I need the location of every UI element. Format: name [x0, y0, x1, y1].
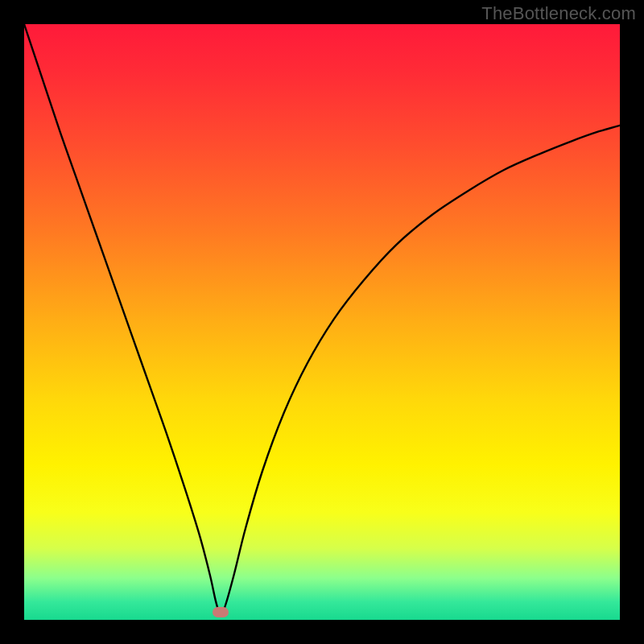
gradient-background [24, 24, 620, 620]
watermark-text: TheBottleneck.com [481, 3, 636, 24]
plot-area [24, 24, 620, 620]
optimum-marker [213, 607, 229, 617]
bottleneck-plot-svg [24, 24, 620, 620]
chart-container: TheBottleneck.com [0, 0, 644, 644]
